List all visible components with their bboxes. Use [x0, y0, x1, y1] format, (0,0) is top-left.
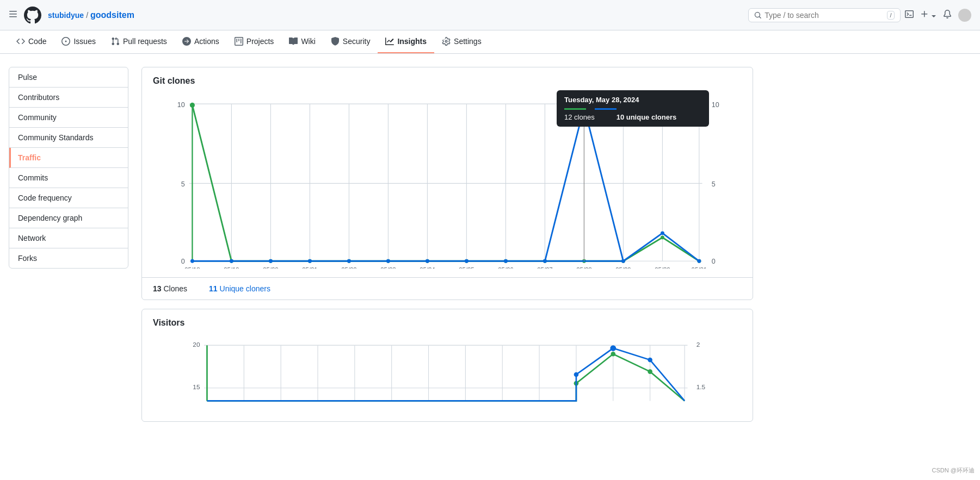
tooltip-values: 12 clones 10 unique cloners	[564, 113, 701, 121]
nav-item-actions[interactable]: Actions	[175, 30, 227, 53]
sidebar-item-network[interactable]: Network	[9, 228, 128, 248]
terminal-icon[interactable]	[905, 10, 914, 21]
nav-actions-label: Actions	[194, 37, 219, 46]
total-clones-count: 13	[153, 284, 162, 293]
charts-area: Git clones Tuesday, May 28, 2024 12 clon…	[141, 67, 753, 422]
svg-point-35	[661, 235, 664, 239]
tooltip-legend	[564, 108, 701, 110]
search-area: /	[748, 8, 971, 22]
visitors-svg: 20 15 2 1.5	[153, 336, 742, 413]
nav-settings-label: Settings	[454, 37, 482, 46]
svg-point-48	[621, 259, 625, 263]
total-unique-stat: 11 Unique cloners	[209, 284, 270, 293]
search-shortcut: /	[887, 11, 894, 20]
git-clones-body: Tuesday, May 28, 2024 12 clones 10 uniqu…	[142, 90, 753, 277]
sidebar-item-pulse[interactable]: Pulse	[9, 67, 128, 88]
svg-point-45	[504, 259, 508, 263]
svg-point-46	[543, 259, 547, 263]
svg-text:05/19: 05/19	[224, 266, 239, 269]
projects-icon	[235, 37, 243, 46]
svg-text:15: 15	[193, 383, 200, 391]
sidebar-item-community[interactable]: Community	[9, 108, 128, 128]
tooltip-clones: 12 clones	[564, 113, 595, 121]
repo-name[interactable]: goodsitem	[90, 10, 134, 20]
nav-item-code[interactable]: Code	[9, 30, 54, 53]
search-input[interactable]	[765, 11, 884, 20]
svg-point-43	[426, 259, 429, 263]
sidebar-item-community-standards[interactable]: Community Standards	[9, 128, 128, 148]
svg-text:10: 10	[712, 101, 719, 109]
nav-item-projects[interactable]: Projects	[227, 30, 282, 53]
breadcrumb-separator: /	[86, 11, 88, 20]
sidebar-item-traffic[interactable]: Traffic	[9, 148, 128, 168]
svg-text:0: 0	[712, 258, 716, 265]
settings-icon	[442, 37, 451, 46]
notification-icon[interactable]	[943, 10, 952, 21]
tooltip-date: Tuesday, May 28, 2024	[564, 96, 701, 104]
svg-point-44	[465, 259, 469, 263]
sidebar-item-forks[interactable]: Forks	[9, 248, 128, 268]
avatar[interactable]	[958, 9, 971, 22]
nav-item-settings[interactable]: Settings	[434, 30, 489, 53]
git-clones-footer: 13 Clones 11 Unique cloners	[142, 277, 753, 300]
github-logo[interactable]	[24, 7, 41, 24]
repo-nav: Code Issues Pull requests Actions Projec…	[0, 30, 980, 54]
svg-point-42	[386, 259, 390, 263]
svg-text:10: 10	[177, 101, 185, 109]
header-actions	[905, 9, 971, 22]
insights-icon	[385, 37, 394, 46]
nav-item-security[interactable]: Security	[323, 30, 378, 53]
wiki-icon	[289, 37, 298, 46]
total-clones-stat: 13 Clones	[153, 284, 187, 293]
breadcrumb: stubidyue / goodsitem	[48, 10, 134, 20]
total-clones-label: Clones	[163, 284, 187, 293]
nav-code-label: Code	[28, 37, 46, 46]
nav-item-issues[interactable]: Issues	[54, 30, 103, 53]
svg-text:2: 2	[697, 341, 700, 348]
visitors-title: Visitors	[142, 309, 753, 332]
nav-item-insights[interactable]: Insights	[378, 30, 434, 53]
svg-text:05/20: 05/20	[263, 266, 279, 269]
visitors-body: 20 15 2 1.5	[142, 332, 753, 421]
chart-tooltip: Tuesday, May 28, 2024 12 clones 10 uniqu…	[557, 90, 709, 127]
pr-icon	[111, 37, 120, 46]
repo-owner[interactable]: stubidyue	[48, 11, 84, 20]
visitors-chart: 20 15 2 1.5	[153, 336, 742, 413]
svg-point-39	[269, 259, 273, 263]
svg-point-23	[190, 103, 195, 108]
svg-point-50	[697, 259, 701, 263]
nav-item-wiki[interactable]: Wiki	[281, 30, 323, 53]
svg-text:05/30: 05/30	[655, 266, 670, 269]
svg-text:5: 5	[181, 180, 185, 188]
sidebar-item-contributors[interactable]: Contributors	[9, 88, 128, 108]
nav-projects-label: Projects	[246, 37, 274, 46]
plus-button[interactable]	[920, 10, 936, 21]
nav-insights-label: Insights	[397, 37, 427, 46]
svg-text:05/22: 05/22	[341, 266, 357, 269]
sidebar-item-dependency-graph[interactable]: Dependency graph	[9, 208, 128, 228]
search-box[interactable]: /	[748, 8, 901, 22]
tooltip-unique: 10 unique cloners	[617, 113, 677, 121]
actions-icon	[182, 37, 191, 46]
svg-point-90	[574, 372, 579, 377]
svg-text:20: 20	[193, 341, 200, 348]
sidebar-item-commits[interactable]: Commits	[9, 168, 128, 188]
nav-item-prs[interactable]: Pull requests	[103, 30, 175, 53]
svg-point-40	[308, 259, 312, 263]
svg-text:05/26: 05/26	[498, 266, 514, 269]
svg-point-88	[611, 352, 615, 357]
svg-point-38	[230, 259, 233, 263]
svg-text:0: 0	[181, 258, 185, 265]
svg-text:05/31: 05/31	[692, 266, 707, 269]
svg-point-49	[661, 231, 664, 235]
tooltip-unique-bold: 10 unique cloners	[617, 113, 677, 121]
sidebar-item-code-frequency[interactable]: Code frequency	[9, 188, 128, 208]
svg-point-37	[190, 259, 194, 263]
svg-point-89	[648, 369, 652, 374]
legend-green-line	[564, 108, 586, 110]
svg-point-91	[610, 345, 616, 351]
svg-text:05/28: 05/28	[576, 266, 592, 269]
issues-icon	[61, 37, 70, 46]
search-icon	[754, 11, 762, 20]
hamburger-button[interactable]	[9, 10, 17, 21]
